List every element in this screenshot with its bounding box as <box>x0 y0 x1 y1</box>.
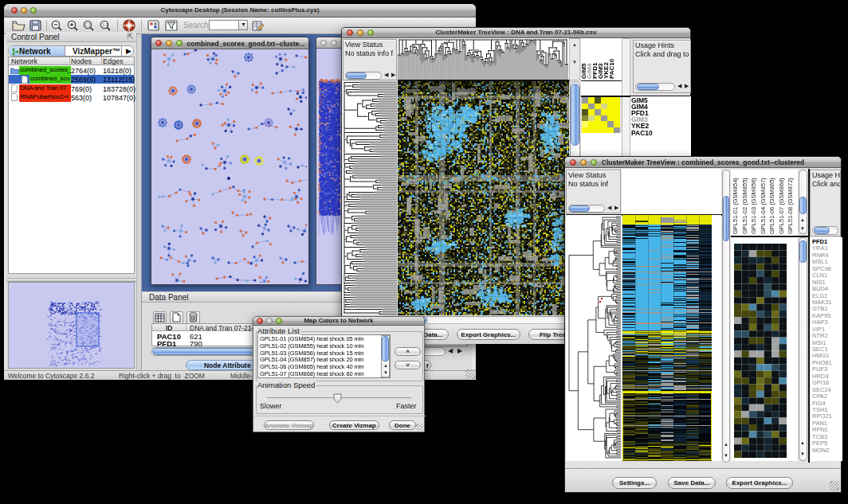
svg-text:1:1: 1:1 <box>103 22 108 27</box>
